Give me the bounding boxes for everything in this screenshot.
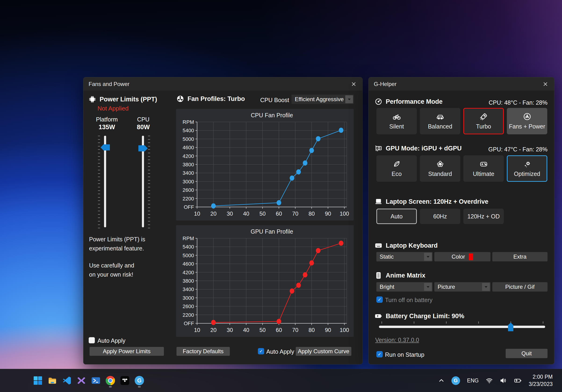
power-auto-apply-checkbox[interactable] bbox=[89, 337, 95, 343]
curve-auto-apply-checkbox[interactable]: ✓ bbox=[258, 348, 264, 354]
tray-g-helper-icon[interactable]: G bbox=[451, 376, 460, 385]
svg-text:RPM: RPM bbox=[183, 119, 194, 125]
tray-chevron-up-icon[interactable] bbox=[438, 378, 445, 384]
cpu-boost-value: Efficient Aggressive bbox=[292, 96, 345, 102]
speaker-icon[interactable] bbox=[500, 377, 507, 384]
g-helper-button[interactable]: G bbox=[135, 375, 144, 386]
anime-matrix-title: Anime Matrix bbox=[386, 272, 425, 279]
file-explorer-button[interactable] bbox=[48, 375, 57, 386]
gpu-card-icon bbox=[375, 145, 382, 152]
svg-text:70: 70 bbox=[292, 211, 299, 217]
svg-text:3400: 3400 bbox=[183, 170, 194, 176]
fans-window-titlebar[interactable]: Fans and Power bbox=[83, 77, 362, 91]
svg-text:OFF: OFF bbox=[184, 321, 194, 326]
apply-custom-curve-button[interactable]: Apply Custom Curve bbox=[296, 347, 351, 356]
ghelper-titlebar[interactable]: G-Helper bbox=[369, 77, 554, 91]
cpu-temp-status: CPU: 48°C - Fan: 28% bbox=[489, 99, 548, 106]
vscode-icon bbox=[62, 376, 71, 385]
svg-text:4200: 4200 bbox=[183, 269, 194, 275]
svg-text:2600: 2600 bbox=[183, 303, 194, 309]
power-limits-warning-1: Power Limits (PPT) is experimental featu… bbox=[89, 235, 145, 253]
battery-slider-track[interactable] bbox=[379, 326, 545, 328]
chevron-down-icon[interactable] bbox=[482, 283, 490, 291]
gpu-fan-chart[interactable]: GPU Fan Profile102030405060708090100RPM5… bbox=[176, 225, 354, 337]
gpu-button-ultimate[interactable]: Ultimate bbox=[463, 155, 504, 182]
gpu-button-standard[interactable]: Standard bbox=[420, 155, 460, 182]
wifi-icon[interactable] bbox=[486, 377, 493, 384]
laptop-screen-title: Laptop Screen: 120Hz + Overdrive bbox=[386, 198, 488, 205]
svg-text:60: 60 bbox=[276, 327, 282, 333]
tidal-icon bbox=[120, 376, 129, 385]
gpu-temp-status: GPU: 47°C - Fan: 28% bbox=[488, 146, 548, 153]
screen-button-auto[interactable]: Auto bbox=[376, 209, 417, 224]
chevron-down-icon[interactable] bbox=[424, 253, 432, 261]
apply-power-limits-button[interactable]: Apply Power Limits bbox=[90, 347, 164, 356]
anime-matrix-header: Anime Matrix bbox=[375, 272, 425, 279]
powershell-button[interactable] bbox=[91, 375, 101, 386]
version-link[interactable]: Version: 0.37.0.0 bbox=[375, 337, 419, 343]
quit-button[interactable]: Quit bbox=[506, 349, 548, 358]
close-icon[interactable] bbox=[350, 81, 358, 88]
fans-window-title: Fans and Power bbox=[89, 81, 129, 87]
svg-text:5400: 5400 bbox=[183, 244, 194, 250]
cpu-chip-icon bbox=[89, 96, 96, 103]
power-limits-status: Not Applied bbox=[97, 105, 129, 112]
close-icon[interactable] bbox=[541, 81, 549, 88]
laptop-icon bbox=[375, 198, 382, 205]
battery-limit-title: Battery Charge Limit: 90% bbox=[386, 313, 464, 320]
fan-icon bbox=[176, 95, 184, 102]
anime-battery-checkbox[interactable]: ✓ bbox=[376, 296, 383, 303]
perf-button-silent[interactable]: Silent bbox=[376, 108, 417, 134]
battery-slider-thumb[interactable] bbox=[508, 323, 513, 331]
svg-text:90: 90 bbox=[325, 211, 331, 217]
windows-start-button[interactable] bbox=[33, 375, 43, 386]
svg-text:CPU Fan Profile: CPU Fan Profile bbox=[251, 112, 293, 118]
anime-brightness-select[interactable]: Bright bbox=[376, 282, 433, 291]
gauge-icon bbox=[375, 98, 382, 105]
anime-picture-gif-button[interactable]: Picture / Gif bbox=[492, 282, 548, 291]
cpu-fan-chart[interactable]: CPU Fan Profile102030405060708090100RPM5… bbox=[176, 109, 354, 221]
cpu-boost-select[interactable]: Efficient Aggressive bbox=[292, 95, 354, 104]
perf-button-turbo[interactable]: Turbo bbox=[463, 108, 504, 134]
gpu-button-eco[interactable]: Eco bbox=[376, 155, 417, 182]
platform-slider-thumb[interactable] bbox=[101, 144, 110, 150]
screen-button-120hz-od[interactable]: 120Hz + OD bbox=[463, 209, 504, 224]
vscode-button[interactable] bbox=[62, 375, 71, 386]
anime-brightness-value: Bright bbox=[376, 284, 424, 290]
language-indicator[interactable]: ENG bbox=[467, 378, 479, 384]
keyboard-extra-button[interactable]: Extra bbox=[492, 252, 548, 261]
svg-text:100: 100 bbox=[340, 211, 349, 217]
chrome-button[interactable] bbox=[106, 375, 115, 386]
sparkle-gear-icon bbox=[523, 160, 531, 168]
svg-text:10: 10 bbox=[194, 327, 200, 333]
keyboard-color-button[interactable]: Color bbox=[434, 252, 491, 261]
svg-text:50: 50 bbox=[259, 211, 266, 217]
screen-button-60hz[interactable]: 60Hz bbox=[420, 209, 460, 224]
svg-text:4600: 4600 bbox=[183, 261, 194, 267]
chevron-down-icon[interactable] bbox=[345, 95, 353, 103]
perf-button-fans-power[interactable]: Fans + Power bbox=[507, 108, 547, 134]
cpu-boost-label: CPU Boost bbox=[260, 97, 289, 103]
chevron-down-icon[interactable] bbox=[424, 283, 432, 291]
gpu-button-optimized[interactable]: Optimized bbox=[507, 155, 547, 182]
visual-studio-button[interactable] bbox=[77, 375, 86, 386]
perf-button-balanced[interactable]: Balanced bbox=[420, 108, 460, 134]
battery-slider-ticks bbox=[382, 321, 543, 324]
power-limits-warning-2: Use carefully and on your own risk! bbox=[89, 261, 134, 279]
run-on-startup-checkbox[interactable]: ✓ bbox=[376, 351, 383, 358]
visual-studio-icon bbox=[77, 376, 86, 385]
anime-mode-select[interactable]: Picture bbox=[434, 282, 491, 291]
svg-text:30: 30 bbox=[227, 211, 233, 217]
tidal-button[interactable] bbox=[120, 375, 129, 386]
clock[interactable]: 2:00 PM 3/23/2023 bbox=[529, 373, 553, 388]
keyboard-mode-select[interactable]: Static bbox=[376, 252, 433, 261]
battery-charging-icon[interactable] bbox=[514, 377, 522, 384]
running-indicator bbox=[138, 386, 141, 387]
svg-text:50: 50 bbox=[259, 327, 266, 333]
windows-logo-icon bbox=[33, 376, 43, 385]
cpu-slider-thumb[interactable] bbox=[138, 145, 148, 151]
svg-text:RPM: RPM bbox=[183, 235, 194, 241]
fans-and-power-window: Fans and Power Power Limits (PPT) Not Ap… bbox=[83, 77, 363, 364]
factory-defaults-button[interactable]: Factory Defaults bbox=[176, 347, 230, 356]
anime-mode-value: Picture bbox=[434, 284, 482, 290]
